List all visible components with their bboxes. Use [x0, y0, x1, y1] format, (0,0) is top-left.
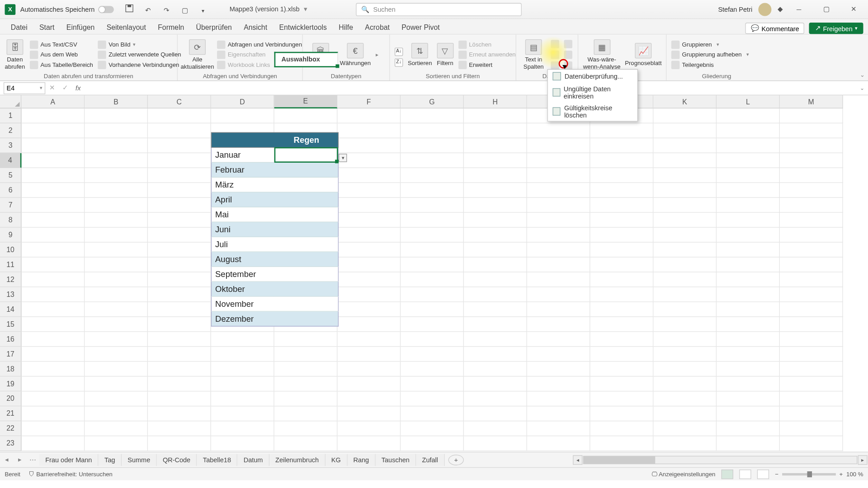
cell[interactable] — [148, 391, 211, 406]
tab-datei[interactable]: Datei — [5, 21, 33, 34]
value-cell[interactable] — [275, 252, 338, 267]
cell[interactable] — [401, 347, 464, 361]
cell[interactable] — [653, 123, 717, 138]
row-header[interactable]: 10 — [0, 243, 21, 258]
cell[interactable] — [148, 406, 211, 421]
cell[interactable] — [590, 376, 654, 391]
cell[interactable] — [85, 361, 148, 376]
cell[interactable] — [590, 153, 654, 168]
row-header[interactable]: 22 — [0, 421, 21, 436]
select-all-button[interactable] — [0, 95, 21, 108]
cell[interactable] — [464, 406, 527, 421]
cell[interactable] — [337, 302, 401, 317]
cell[interactable] — [401, 272, 464, 287]
username[interactable]: Stefan Petri — [718, 6, 752, 13]
worksheet-grid[interactable]: ABCDEFGHIJKLM 12345678910111213141516171… — [0, 95, 868, 452]
cell[interactable] — [85, 332, 148, 347]
cell[interactable] — [780, 243, 843, 258]
cell[interactable] — [780, 332, 843, 347]
cell[interactable] — [464, 391, 527, 406]
cell[interactable] — [717, 287, 780, 302]
cell[interactable] — [717, 153, 780, 168]
row-header[interactable]: 9 — [0, 228, 21, 243]
cell[interactable] — [590, 213, 654, 228]
cell[interactable] — [780, 391, 843, 406]
row-header[interactable]: 20 — [0, 391, 21, 406]
tab-acrobat[interactable]: Acrobat — [359, 21, 396, 34]
sheet-nav-prev[interactable]: ◂ — [0, 456, 13, 464]
cell[interactable] — [337, 406, 401, 421]
cell[interactable] — [337, 258, 401, 272]
cell[interactable] — [274, 108, 338, 123]
cell[interactable] — [85, 228, 148, 243]
cell[interactable] — [337, 317, 401, 332]
cell[interactable] — [653, 347, 717, 361]
cell[interactable] — [464, 376, 527, 391]
cell[interactable] — [780, 258, 843, 272]
cell[interactable] — [653, 421, 717, 436]
minimize-button[interactable]: ─ — [788, 2, 809, 17]
cell[interactable] — [85, 287, 148, 302]
cell[interactable] — [401, 198, 464, 213]
tab-powerpivot[interactable]: Power Pivot — [396, 21, 446, 34]
cell[interactable] — [337, 123, 401, 138]
cell[interactable] — [85, 213, 148, 228]
cell[interactable] — [401, 376, 464, 391]
cell[interactable] — [717, 421, 780, 436]
cell[interactable] — [464, 153, 527, 168]
cell[interactable] — [401, 168, 464, 183]
cells-area[interactable] — [21, 108, 843, 451]
col-header[interactable]: G — [401, 95, 464, 108]
cell[interactable] — [148, 361, 211, 376]
cell[interactable] — [717, 361, 780, 376]
cell[interactable] — [590, 272, 654, 287]
cell[interactable] — [590, 287, 654, 302]
tab-einfuegen[interactable]: Einfügen — [61, 21, 101, 34]
relations-button[interactable] — [563, 50, 574, 59]
cell[interactable] — [527, 272, 590, 287]
cell[interactable] — [717, 198, 780, 213]
cell[interactable] — [85, 108, 148, 123]
cell[interactable] — [590, 436, 654, 451]
undo-icon[interactable]: ↶ — [141, 3, 155, 18]
autosave[interactable]: Automatisches Speichern — [20, 6, 114, 13]
cell[interactable] — [337, 361, 401, 376]
group-button[interactable]: Gruppieren▾ — [670, 40, 750, 49]
redo-icon[interactable]: ↷ — [159, 3, 174, 18]
row-header[interactable]: 7 — [0, 198, 21, 213]
col-header[interactable]: F — [337, 95, 401, 108]
cell[interactable] — [148, 168, 211, 183]
cell[interactable] — [717, 168, 780, 183]
text-to-columns-button[interactable]: ▤Text in Spalten — [520, 36, 547, 72]
tab-start[interactable]: Start — [33, 21, 61, 34]
cell[interactable] — [401, 406, 464, 421]
cell[interactable] — [653, 287, 717, 302]
table-row[interactable]: Dezember — [211, 312, 339, 327]
cell[interactable] — [464, 302, 527, 317]
cell[interactable] — [21, 198, 85, 213]
cell[interactable] — [780, 138, 843, 153]
cell[interactable] — [717, 272, 780, 287]
zoom-in-icon[interactable]: + — [839, 471, 843, 478]
name-box[interactable]: E4▾ — [4, 82, 45, 94]
table-row[interactable]: September — [211, 267, 339, 282]
cell[interactable] — [653, 213, 717, 228]
zoom-track[interactable] — [782, 473, 836, 475]
cell[interactable] — [590, 168, 654, 183]
cell[interactable] — [85, 258, 148, 272]
cell[interactable] — [780, 406, 843, 421]
value-cell[interactable] — [275, 192, 338, 207]
tab-entwicklertools[interactable]: Entwicklertools — [273, 21, 333, 34]
cell[interactable] — [527, 332, 590, 347]
sheet-nav-more[interactable]: ⋯ — [26, 456, 39, 464]
row-header[interactable]: 3 — [0, 138, 21, 153]
cell[interactable] — [780, 123, 843, 138]
row-header[interactable]: 6 — [0, 183, 21, 198]
cell[interactable] — [590, 258, 654, 272]
cell[interactable] — [274, 332, 338, 347]
cell[interactable] — [527, 391, 590, 406]
cell[interactable] — [401, 421, 464, 436]
cell[interactable] — [590, 361, 654, 376]
table-row[interactable]: Mai — [211, 207, 339, 222]
row-header[interactable]: 4 — [0, 153, 21, 168]
